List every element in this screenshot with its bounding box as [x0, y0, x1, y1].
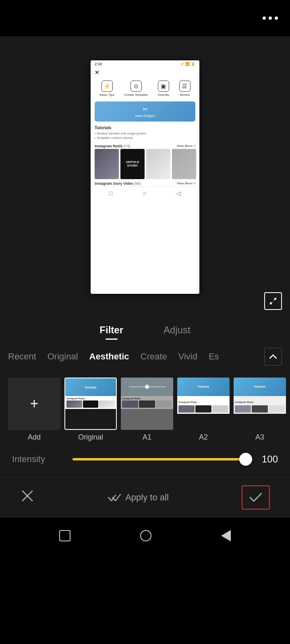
stories-label: Stories	[180, 93, 190, 97]
system-back-circle-button[interactable]	[140, 530, 151, 541]
dot-2	[269, 17, 272, 20]
phone-bottom-nav: □ ○ ◁	[91, 186, 199, 200]
phone-nav-back[interactable]: ◁	[176, 190, 181, 196]
cancel-icon	[20, 489, 35, 503]
reel-thumb-1[interactable]	[95, 149, 119, 179]
confirm-button[interactable]	[242, 485, 270, 510]
tab-filter[interactable]: Filter	[99, 324, 123, 340]
create-template-icon: ⊙	[130, 80, 142, 92]
phone-nav-circle[interactable]: ○	[143, 190, 146, 196]
preset-add-box[interactable]: +	[8, 378, 60, 430]
action-bar: Apply to all	[0, 477, 290, 518]
preset-original-bottom: Instagram Reels	[65, 396, 116, 409]
category-aesthetic[interactable]: Aesthetic	[89, 351, 129, 362]
tutorial-item-2: • Template creation tutorial	[95, 136, 195, 140]
category-create[interactable]: Create	[141, 351, 167, 362]
expand-icon	[269, 297, 277, 305]
category-vivid[interactable]: Vivid	[178, 351, 197, 362]
apply-all-icon	[108, 493, 121, 502]
preview-area: 2:19 ⚡ 📶 🔋 ✕ ⚡ Basic Tips ⊙ Create Templ…	[0, 36, 290, 318]
phone-nav-square[interactable]: □	[109, 190, 112, 196]
new-project-button[interactable]: ✂ New Project	[95, 101, 195, 122]
instagram-story-header: Instagram Story Video (98) View More >	[91, 179, 199, 186]
preset-a1-thumb[interactable]: Instagram Reels	[121, 378, 173, 430]
system-back-button[interactable]	[221, 530, 231, 541]
stories-icon: ☰	[179, 80, 191, 92]
view-more-story[interactable]: View More >	[177, 182, 195, 186]
tutorials-title: Tutorials	[95, 126, 195, 130]
slider-handle[interactable]	[239, 453, 252, 466]
slider-fill	[72, 458, 246, 460]
preset-a2-label: A2	[199, 433, 208, 442]
reel-thumb-3[interactable]	[146, 149, 170, 179]
overlay-label: Overlay	[158, 93, 169, 97]
preset-a3[interactable]: Tutorials Instagram Reels A3	[234, 378, 286, 442]
dot-3	[275, 17, 278, 20]
dot-1	[263, 17, 266, 20]
preset-original-thumb[interactable]: Tutorials Instagram Reels	[64, 378, 117, 430]
more-options-button[interactable]	[263, 17, 278, 20]
basic-tips-label: Basic Tips	[99, 93, 114, 97]
preset-original-label: Original	[78, 433, 103, 442]
preset-a3-label: A3	[255, 433, 264, 442]
basic-tips-icon: ⚡	[102, 80, 113, 92]
phone-icon-stories[interactable]: ☰ Stories	[179, 80, 191, 97]
category-row: Recent Original Aesthetic Create Vivid E…	[0, 340, 290, 369]
preset-original[interactable]: Tutorials Instagram Reels Original	[64, 378, 117, 442]
category-expand-button[interactable]	[264, 348, 282, 365]
preset-a2[interactable]: Tutorials Instagram Reels A2	[177, 378, 230, 442]
preset-a1[interactable]: Instagram Reels A1	[121, 378, 173, 442]
tab-adjust[interactable]: Adjust	[164, 324, 191, 340]
intensity-row: Intensity 100	[0, 450, 290, 477]
phone-status-bar: 2:19 ⚡ 📶 🔋	[91, 60, 199, 68]
cancel-button[interactable]	[20, 489, 35, 507]
intensity-value: 100	[254, 454, 278, 465]
phone-icon-create-template[interactable]: ⊙ Create Template	[124, 80, 148, 97]
reel-thumb-4[interactable]	[172, 149, 196, 179]
category-es[interactable]: Es	[209, 351, 219, 362]
plus-icon: +	[30, 396, 38, 411]
tabs-bar: Filter Adjust	[0, 318, 290, 340]
intensity-slider[interactable]	[72, 458, 246, 460]
system-home-button[interactable]	[59, 530, 70, 541]
tutorial-item-1: • Newbie tutorials and usage guides	[95, 131, 195, 136]
system-nav	[0, 518, 290, 554]
reels-thumbnails: UNTOLDSTORY	[91, 149, 199, 179]
phone-mockup: 2:19 ⚡ 📶 🔋 ✕ ⚡ Basic Tips ⊙ Create Templ…	[91, 60, 199, 294]
phone-icons: ⚡ 📶 🔋	[180, 62, 195, 66]
scissors-icon: ✂	[143, 105, 148, 113]
confirm-icon	[249, 492, 263, 503]
preset-add[interactable]: + Add	[8, 378, 60, 442]
new-project-label: New Project	[135, 114, 155, 118]
category-original[interactable]: Original	[48, 351, 78, 362]
tutorials-section: Tutorials • Newbie tutorials and usage g…	[91, 123, 199, 142]
preset-a2-thumb[interactable]: Tutorials Instagram Reels	[177, 378, 230, 430]
top-bar	[0, 0, 290, 36]
view-more-reels[interactable]: View More >	[177, 144, 195, 148]
chevron-up-icon	[269, 354, 277, 359]
preset-a3-thumb[interactable]: Tutorials Instagram Reels	[234, 378, 286, 430]
presets-strip: + Add Tutorials Instagram Reels Original	[0, 369, 290, 450]
apply-all-label: Apply to all	[125, 492, 169, 503]
instagram-story-label: Instagram Story Video (98)	[95, 182, 141, 186]
category-recent[interactable]: Recent	[8, 351, 36, 362]
expand-button[interactable]	[264, 292, 282, 310]
preset-add-label: Add	[28, 433, 41, 442]
phone-close-button[interactable]: ✕	[91, 68, 199, 77]
instagram-reels-label: Instagram Reels (74)	[95, 144, 130, 148]
create-template-label: Create Template	[124, 93, 148, 97]
intensity-label: Intensity	[12, 454, 64, 464]
phone-time: 2:19	[95, 62, 102, 66]
phone-icons-row: ⚡ Basic Tips ⊙ Create Template ▣ Overlay…	[91, 77, 199, 100]
phone-icon-overlay[interactable]: ▣ Overlay	[158, 80, 169, 97]
preset-a1-label: A1	[143, 433, 151, 442]
instagram-reels-header: Instagram Reels (74) View More >	[91, 142, 199, 149]
overlay-icon: ▣	[158, 80, 169, 92]
reel-thumb-2[interactable]: UNTOLDSTORY	[120, 149, 145, 179]
phone-icon-basic-tips[interactable]: ⚡ Basic Tips	[99, 80, 114, 97]
apply-to-all-button[interactable]: Apply to all	[108, 492, 169, 503]
